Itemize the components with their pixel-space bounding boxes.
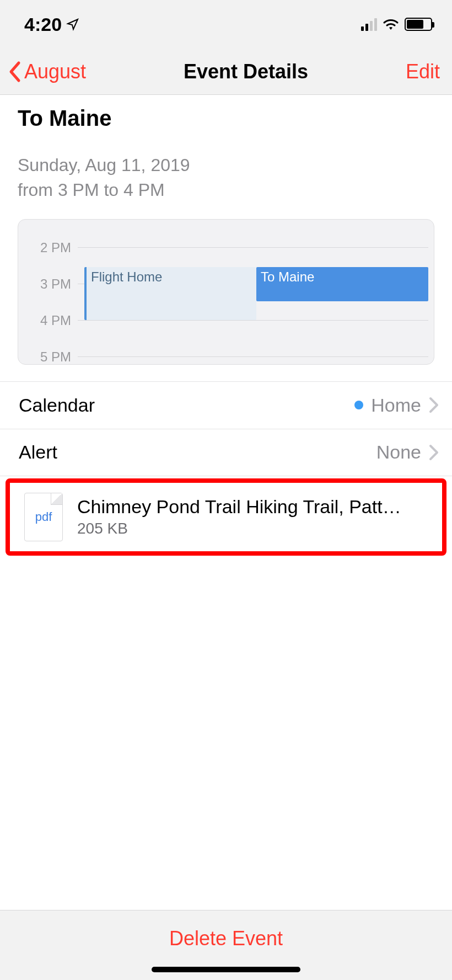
chevron-left-icon (8, 61, 21, 83)
event-date: Sunday, Aug 11, 2019 (18, 153, 434, 178)
chevron-right-icon (429, 444, 439, 461)
event-block-label: Flight Home (91, 269, 252, 303)
hour-line (78, 356, 428, 357)
hour-line (78, 320, 428, 321)
event-block-label: To Maine (261, 269, 314, 284)
timeline[interactable]: 2 PM 3 PM 4 PM 5 PM Flight Home (18, 219, 434, 365)
row-label: Alert (19, 441, 57, 463)
nav-bar: August Event Details Edit (0, 49, 452, 95)
hour-line (78, 247, 428, 248)
calendar-row[interactable]: Calendar Home (0, 381, 452, 429)
page-title: Event Details (184, 60, 308, 83)
wifi-icon (383, 18, 399, 30)
back-button[interactable]: August (8, 60, 86, 83)
cellular-icon (361, 18, 377, 31)
status-time: 4:20 (24, 14, 62, 35)
alert-row[interactable]: Alert None (0, 429, 452, 476)
timeline-container: 2 PM 3 PM 4 PM 5 PM Flight Home (0, 219, 452, 381)
spacer (0, 556, 452, 910)
hour-label: 2 PM (18, 240, 78, 255)
row-label: Calendar (19, 395, 95, 416)
details-list: Calendar Home Alert None (0, 381, 452, 476)
event-header: To Maine Sunday, Aug 11, 2019 from 3 PM … (0, 95, 452, 219)
event-time: from 3 PM to 4 PM (18, 178, 434, 203)
event-block-to-maine[interactable]: To Maine (256, 267, 428, 301)
attachment-size: 205 KB (77, 520, 431, 537)
pdf-icon-label: pdf (35, 510, 52, 524)
edit-button[interactable]: Edit (406, 60, 440, 83)
attachment-text: Chimney Pond Trail Hiking Trail, Patt… 2… (77, 496, 431, 537)
attachment-row[interactable]: pdf Chimney Pond Trail Hiking Trail, Pat… (10, 483, 442, 551)
attachment-name: Chimney Pond Trail Hiking Trail, Patt… (77, 496, 431, 518)
status-left: 4:20 (24, 14, 79, 35)
content: To Maine Sunday, Aug 11, 2019 from 3 PM … (0, 95, 452, 556)
home-indicator[interactable] (152, 967, 300, 972)
back-label: August (24, 60, 86, 83)
chevron-right-icon (429, 397, 439, 413)
calendar-color-dot (354, 401, 363, 409)
pdf-file-icon: pdf (24, 493, 63, 541)
event-title: To Maine (18, 106, 434, 131)
status-bar: 4:20 (0, 0, 452, 49)
attachment-highlight: pdf Chimney Pond Trail Hiking Trail, Pat… (6, 478, 446, 556)
hour-label: 3 PM (18, 276, 78, 292)
hour-label: 5 PM (18, 349, 78, 365)
battery-icon (405, 18, 432, 31)
location-icon (66, 18, 79, 31)
event-block-flight-home[interactable]: Flight Home (84, 267, 256, 320)
alert-value: None (376, 441, 421, 463)
status-right (361, 18, 432, 31)
calendar-value: Home (371, 395, 421, 416)
hour-label: 4 PM (18, 313, 78, 328)
